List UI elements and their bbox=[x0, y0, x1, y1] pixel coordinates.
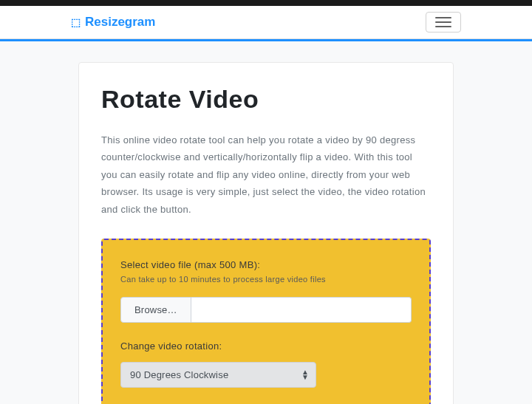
brand-name: Resizegram bbox=[85, 15, 155, 30]
rotation-select-wrapper: 90 Degrees Clockwise ▲ ▼ bbox=[120, 362, 316, 388]
navbar: ⬚ Resizegram bbox=[0, 6, 532, 39]
browse-button[interactable]: Browse… bbox=[120, 297, 191, 323]
brand-link[interactable]: ⬚ Resizegram bbox=[12, 15, 155, 30]
file-input-hint: Can take up to 10 minutes to process lar… bbox=[120, 275, 412, 284]
accent-divider bbox=[0, 39, 532, 41]
rotation-select-label: Change video rotation: bbox=[120, 340, 412, 352]
page-title: Rotate Video bbox=[101, 85, 431, 114]
upload-form-panel: Select video file (max 500 MB): Can take… bbox=[101, 239, 431, 404]
page-description: This online video rotate tool can help y… bbox=[101, 131, 431, 218]
top-bar bbox=[0, 0, 532, 6]
file-input-label: Select video file (max 500 MB): bbox=[120, 259, 412, 270]
menu-toggle-button[interactable] bbox=[426, 12, 461, 32]
hamburger-icon bbox=[435, 17, 451, 27]
main-card: Rotate Video This online video rotate to… bbox=[78, 62, 454, 404]
file-name-display[interactable] bbox=[191, 297, 412, 323]
rotation-select[interactable]: 90 Degrees Clockwise bbox=[120, 362, 316, 388]
brand-icon: ⬚ bbox=[71, 16, 81, 28]
file-input-group: Browse… bbox=[120, 297, 412, 323]
